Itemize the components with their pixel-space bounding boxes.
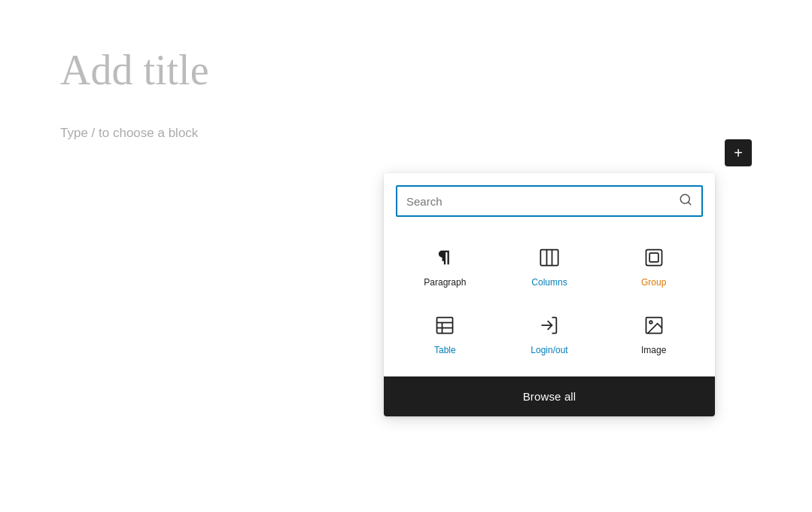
block-label-paragraph: Paragraph xyxy=(424,277,466,288)
search-input[interactable] xyxy=(406,195,679,208)
add-block-button[interactable]: + xyxy=(725,139,752,166)
browse-all-button[interactable]: Browse all xyxy=(384,376,715,416)
blocks-grid: Paragraph Columns xyxy=(384,223,715,376)
block-inserter-panel: Paragraph Columns xyxy=(384,173,715,416)
block-item-group[interactable]: Group xyxy=(604,235,703,297)
svg-line-1 xyxy=(688,202,690,204)
group-icon xyxy=(643,247,665,271)
page-title[interactable]: Add title xyxy=(60,45,752,96)
block-label-group: Group xyxy=(641,277,666,288)
search-area xyxy=(384,173,715,223)
svg-rect-2 xyxy=(540,250,558,266)
svg-point-13 xyxy=(649,321,652,324)
editor-area: Add title Type / to choose a block + xyxy=(0,0,812,201)
search-icon xyxy=(679,193,692,209)
columns-icon xyxy=(539,247,560,271)
table-icon xyxy=(434,315,455,339)
image-icon xyxy=(643,315,665,339)
body-placeholder[interactable]: Type / to choose a block xyxy=(60,126,752,141)
paragraph-icon xyxy=(434,247,455,271)
block-item-paragraph[interactable]: Paragraph xyxy=(396,235,494,297)
svg-rect-7 xyxy=(437,318,453,334)
block-label-columns: Columns xyxy=(531,277,567,288)
block-label-login-out: Login/out xyxy=(531,345,567,355)
plus-icon: + xyxy=(734,145,743,160)
block-item-login-out[interactable]: Login/out xyxy=(500,303,599,364)
block-item-columns[interactable]: Columns xyxy=(500,235,599,297)
svg-rect-5 xyxy=(646,250,661,266)
svg-rect-6 xyxy=(649,253,658,262)
block-label-image: Image xyxy=(641,345,666,355)
block-item-image[interactable]: Image xyxy=(604,303,703,364)
block-item-table[interactable]: Table xyxy=(396,303,494,364)
search-input-wrapper xyxy=(396,185,703,217)
block-label-table: Table xyxy=(434,345,456,355)
login-icon xyxy=(539,315,560,339)
